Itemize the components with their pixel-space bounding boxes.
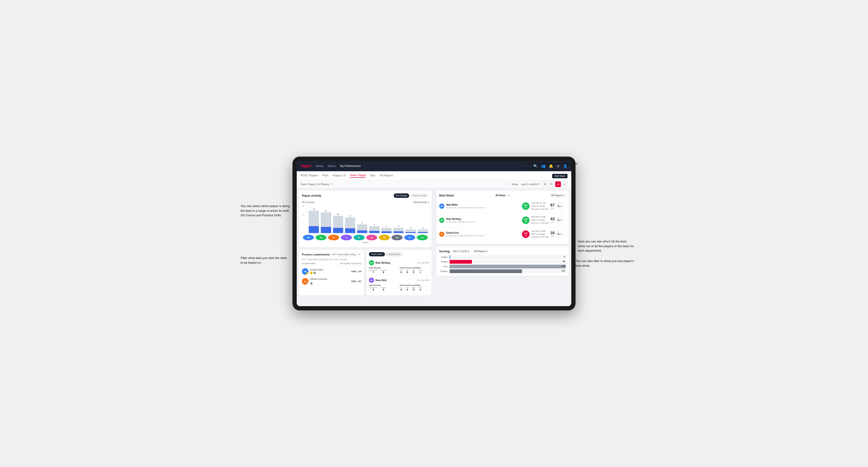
eagles-bar: 3 (450, 255, 566, 259)
shots-filter: All Shots ▾ (494, 194, 509, 197)
shot-meta-1: 09 Jun 2023 · Royal North Devon GC, Hole… (446, 207, 520, 209)
activity-avatar-2: RB (369, 278, 374, 283)
bar-value-label: 12 (325, 210, 327, 212)
bar-value-label: 3 (398, 225, 399, 227)
sub-nav-hcaps[interactable]: Hcaps 1-5 (333, 174, 346, 178)
lb-header: Practice Leaderboards PUTT Must Make Put… (302, 253, 361, 256)
scoring-chart: Eagles 3 Birdies (439, 255, 566, 273)
sub-nav-team-clippd[interactable]: Team Clippd (350, 174, 366, 178)
shot-stats-2: 200 sg Shot Dist: 43 yds Start Lie: Roug… (522, 216, 566, 224)
bar-value-label: 13 (313, 208, 315, 210)
player-avatars-row: BMBBDFJCEEGBRBMMECLR (302, 235, 429, 240)
bar-chart-wrapper: 15 10 5 0 1312109543322 (302, 205, 429, 233)
chart-top: On Course Total Rounds ▾ (302, 201, 429, 204)
lb-col-score: PB SCORE (340, 262, 350, 264)
sub-nav-all-players[interactable]: All Players (379, 174, 393, 178)
player-avatar-item: LR (417, 235, 428, 240)
list-view-btn[interactable]: ☰ (549, 181, 554, 187)
add-team-button[interactable]: Add Team (552, 174, 567, 178)
shot-stats-3: 198 sg Shot Dist: 16 yds Start Lie: Roug… (522, 230, 566, 239)
nav-link-teams[interactable]: Teams (328, 164, 336, 168)
bar-value-label: 5 (362, 222, 363, 224)
scoring-row-birdies: Birdies 96 (439, 260, 566, 264)
chevron-down-icon: ▾ (486, 250, 488, 253)
gtt-stat-2: GTT 0 (400, 287, 403, 291)
sub-nav-pgat[interactable]: PGAT Players (301, 174, 318, 178)
putt-stat-2: PUTT 0 (418, 287, 423, 291)
player-avatar-item: BM (303, 235, 314, 240)
most-active-tab[interactable]: Most Active (369, 252, 385, 256)
bar-group: 12 (321, 210, 331, 233)
chart-section: On Course Total Rounds ▾ 15 10 (302, 200, 429, 245)
bar-element (333, 216, 343, 233)
shot-detail-1: Shot Dist: 67 yds Start Lie: Rough End L… (531, 201, 549, 211)
pars-value: 499 (562, 265, 565, 267)
bottom-grid: Practice Leaderboards PUTT Must Make Put… (299, 250, 432, 295)
practice-activity-cols-1: GTT 0 APP 0 (400, 269, 429, 274)
all-players-dropdown[interactable]: All Players ▾ (550, 193, 566, 197)
scoring-filter-dropdown[interactable]: Par 3, 4 & 5s ▾ (452, 249, 471, 253)
scoring-row-eagles: Eagles 3 (439, 255, 566, 259)
bar-element (369, 226, 379, 233)
lb-dropdown[interactable]: PUTT Must Make Putting ... ▾ (331, 253, 361, 256)
bar-element (418, 229, 428, 233)
chart-filter-dropdown[interactable]: Total Rounds ▾ (413, 201, 429, 204)
scoring-players-dropdown[interactable]: All Players ▾ (472, 249, 489, 253)
timescale-selector[interactable]: Last 3 months ▾ (521, 183, 540, 186)
lb-row-1: RB 1 Richard Butler 🏆 ① (302, 267, 361, 276)
bar-group: 4 (369, 224, 379, 233)
chevron-down-icon: ▾ (508, 194, 509, 197)
putt-stat-1: PUTT 1 (418, 269, 423, 274)
lb-subtitle: PUTT Must Make Putting (3-6 ft), Last 3 … (302, 258, 361, 261)
bar-group: 13 (309, 208, 319, 233)
shot-zero-3: 0yds (556, 231, 563, 238)
edit-team-icon[interactable]: ✎ (331, 183, 333, 186)
player-avatar-item: BB (316, 235, 327, 240)
shot-player-avatar-1: MM (439, 204, 444, 209)
page-wrapper: Choose the timescale you wish to see the… (292, 157, 576, 310)
shot-chevron-2[interactable]: › (565, 218, 566, 222)
sg-badge-2: 200 sg (522, 217, 530, 224)
nav-link-home[interactable]: Home (316, 164, 323, 168)
practice-drills-toggle[interactable]: Practice Drills (410, 193, 429, 198)
sub-nav-pga[interactable]: PGA (322, 174, 328, 178)
right-column: Best Shots All Shots ▾ All Players ▾ (434, 188, 571, 306)
left-column: Player Activity On Course Practice Drill… (297, 188, 434, 306)
player-activity-header: Player Activity On Course Practice Drill… (302, 193, 429, 198)
player-avatar-item: EC (404, 235, 415, 240)
shot-player-name-2: Blair McHarg (446, 218, 520, 220)
lb-columns: PLAYER NAME PB SCORE PB AVG SQ (302, 262, 361, 266)
all-shots-filter[interactable]: All Shots (494, 194, 507, 197)
table-view-btn[interactable]: ≡ (562, 181, 567, 187)
least-active-tab[interactable]: Least Active (386, 252, 403, 256)
birdies-label: Birdies (439, 261, 448, 263)
activity-tabs: Most Active Least Active (369, 252, 429, 256)
shot-meta-2: 23 Jul 2023 · Ashridge GC, Hole 15 (446, 221, 520, 223)
sg-badge-1: 200 sg (522, 203, 530, 210)
bar-group: 3 (394, 225, 404, 233)
annotation-mid-left: Filter what data you wish the table to b… (241, 256, 290, 265)
lb-score-1: 19/20 (351, 270, 356, 273)
bar-group: 5 (357, 222, 367, 233)
team-title: Team Clippd | 14 Players (301, 183, 329, 186)
activity-date-1: 26 Aug 2023 (417, 261, 429, 264)
activity-stats-2: Total Rounds Tournament 8 Practice (369, 284, 429, 291)
rounds-group-1: Total Rounds Tournament 7 Practice (369, 267, 399, 274)
on-course-toggle[interactable]: On Course (394, 193, 409, 198)
activity-player-header-2: RB Rees Britt 02 Sep 2023 (369, 278, 429, 283)
shot-chevron-1[interactable]: › (565, 204, 566, 208)
practice-activities-group-2: Total Practice Activities GTT 0 APP (400, 284, 429, 291)
grid-view-btn[interactable]: ⊞ (542, 181, 548, 187)
shot-zero-2: 0yds (556, 217, 563, 224)
shot-chevron-3[interactable]: › (565, 232, 566, 236)
tournament-stat-1: Tournament 7 (369, 269, 378, 274)
nav-link-myperformance[interactable]: My Performance (340, 164, 361, 168)
card-view-btn[interactable]: ♥ (555, 181, 561, 187)
tablet-screen: clippd Home Teams My Performance 🔍 👥 🔔 ⊕… (297, 161, 571, 306)
bar-value-label: 9 (349, 215, 350, 217)
annotation-top-right: Choose the timescale you wish to see the… (526, 161, 578, 170)
player-activity-card: Player Activity On Course Practice Drill… (299, 191, 432, 247)
lb-avatar-2: EC 2 (302, 278, 309, 285)
pars-bar: 499 (450, 264, 566, 269)
sub-nav-tour[interactable]: Tour (370, 174, 375, 178)
